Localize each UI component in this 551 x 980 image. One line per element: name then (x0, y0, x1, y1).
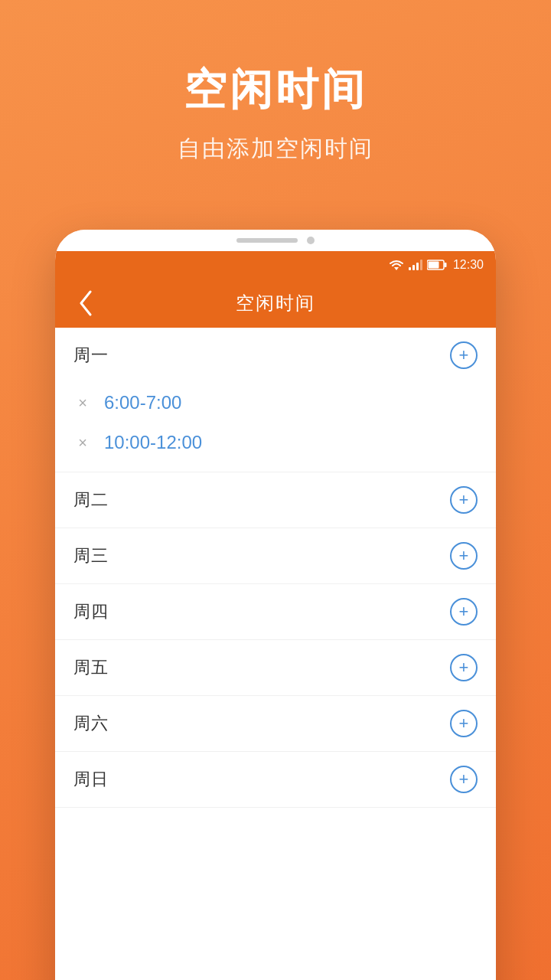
day-section-wednesday: 周三 + (55, 528, 496, 584)
time-range-monday-1: 6:00-7:00 (104, 392, 181, 413)
content-area: 周一 + × 6:00-7:00 × 10:00-12:00 周二 + (55, 328, 496, 808)
day-section-thursday: 周四 + (55, 584, 496, 640)
day-section-sunday: 周日 + (55, 752, 496, 808)
notch-bar (236, 238, 298, 243)
add-button-wednesday[interactable]: + (450, 542, 478, 570)
svg-rect-7 (444, 263, 446, 267)
notch-circle (307, 237, 315, 244)
day-section-saturday: 周六 + (55, 696, 496, 752)
svg-rect-4 (420, 260, 422, 270)
day-header-monday: 周一 + (73, 328, 478, 383)
day-header-saturday: 周六 + (73, 696, 478, 751)
day-label-wednesday: 周三 (73, 544, 109, 567)
day-header-sunday: 周日 + (73, 752, 478, 807)
day-section-monday: 周一 + × 6:00-7:00 × 10:00-12:00 (55, 328, 496, 472)
nav-title: 空闲时间 (236, 291, 315, 315)
svg-rect-1 (409, 267, 411, 270)
day-label-monday: 周一 (73, 344, 109, 367)
time-range-monday-2: 10:00-12:00 (104, 432, 202, 453)
svg-marker-0 (394, 267, 399, 270)
background: 空闲时间 自由添加空闲时间 (0, 0, 551, 165)
day-header-tuesday: 周二 + (73, 472, 478, 528)
day-section-friday: 周五 + (55, 640, 496, 696)
day-label-friday: 周五 (73, 656, 109, 679)
day-header-wednesday: 周三 + (73, 528, 478, 583)
phone-mockup: 12:30 空闲时间 周一 + × 6:00-7:00 (55, 230, 496, 980)
phone-top-bar (55, 230, 496, 251)
wifi-icon (389, 260, 404, 271)
remove-button-monday-1[interactable]: × (73, 394, 92, 412)
add-button-friday[interactable]: + (450, 654, 478, 681)
time-slot-monday-1: × 6:00-7:00 (73, 383, 478, 423)
battery-icon (427, 260, 447, 270)
status-time: 12:30 (453, 258, 484, 272)
remove-button-monday-2[interactable]: × (73, 434, 92, 452)
add-button-thursday[interactable]: + (450, 598, 478, 626)
day-label-saturday: 周六 (73, 712, 109, 735)
day-label-tuesday: 周二 (73, 488, 109, 511)
time-slot-monday-2: × 10:00-12:00 (73, 423, 478, 462)
add-button-monday[interactable]: + (450, 341, 478, 369)
add-button-tuesday[interactable]: + (450, 486, 478, 514)
day-header-thursday: 周四 + (73, 584, 478, 639)
svg-rect-6 (428, 262, 439, 269)
day-label-sunday: 周日 (73, 768, 109, 791)
svg-rect-2 (412, 265, 415, 270)
svg-rect-3 (416, 263, 419, 270)
signal-icon (409, 260, 422, 270)
back-button[interactable] (70, 288, 101, 318)
status-bar: 12:30 (55, 251, 496, 279)
day-header-friday: 周五 + (73, 640, 478, 695)
add-button-saturday[interactable]: + (450, 710, 478, 737)
nav-bar: 空闲时间 (55, 279, 496, 328)
add-button-sunday[interactable]: + (450, 766, 478, 793)
main-subtitle: 自由添加空闲时间 (0, 133, 551, 165)
day-label-thursday: 周四 (73, 600, 109, 623)
status-icons (389, 260, 447, 271)
day-section-tuesday: 周二 + (55, 472, 496, 528)
header-area: 空闲时间 自由添加空闲时间 (0, 0, 551, 165)
main-title: 空闲时间 (0, 61, 551, 119)
